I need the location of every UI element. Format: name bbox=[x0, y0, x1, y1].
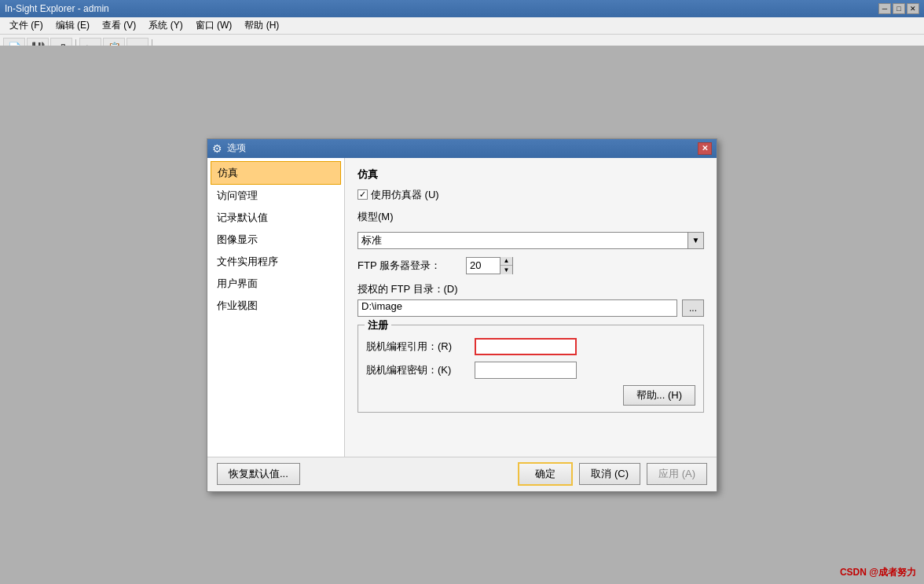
model-label: 模型(M) bbox=[358, 210, 405, 224]
apply-button[interactable]: 应用 (A) bbox=[647, 463, 707, 485]
offline-ref-label: 脱机编程引用：(R) bbox=[366, 340, 468, 354]
dialog-title-bar: ⚙ 选项 ✕ bbox=[207, 139, 717, 158]
section-title: 仿真 bbox=[358, 167, 704, 182]
watermark: CSDN @成者努力 bbox=[840, 566, 916, 579]
reg-section-title: 注册 bbox=[365, 318, 391, 332]
right-content-panel: 仿真 ✓ 使用仿真器 (U) 模型(M) 标准 ▼ bbox=[345, 158, 717, 457]
menu-view[interactable]: 查看 (V) bbox=[96, 17, 142, 34]
ftp-spin-arrows: ▲ ▼ bbox=[500, 257, 512, 274]
offline-ref-row: 脱机编程引用：(R) bbox=[366, 338, 695, 355]
dir-value: D:\image bbox=[361, 300, 402, 312]
menu-window[interactable]: 窗口 (W) bbox=[189, 17, 239, 34]
dir-browse-button[interactable]: ... bbox=[682, 299, 704, 317]
menu-file[interactable]: 文件 (F) bbox=[3, 17, 50, 34]
main-area: ⚙ 选项 ✕ 仿真 访问管理 记录默认值 图像显示 文件实用程序 用户界面 作业… bbox=[0, 46, 924, 584]
ftp-spin-up[interactable]: ▲ bbox=[500, 257, 512, 266]
left-nav-panel: 仿真 访问管理 记录默认值 图像显示 文件实用程序 用户界面 作业视图 bbox=[207, 158, 345, 457]
close-window-button[interactable]: ✕ bbox=[907, 3, 919, 14]
menu-bar: 文件 (F) 编辑 (E) 查看 (V) 系统 (Y) 窗口 (W) 帮助 (H… bbox=[0, 17, 924, 35]
cancel-button[interactable]: 取消 (C) bbox=[579, 463, 640, 485]
registration-section: 注册 脱机编程引用：(R) 脱机编程密钥：(K) 帮助... (H) bbox=[358, 325, 704, 413]
menu-system[interactable]: 系统 (Y) bbox=[142, 17, 189, 34]
nav-item-record-defaults[interactable]: 记录默认值 bbox=[211, 207, 341, 229]
model-dropdown-arrow[interactable]: ▼ bbox=[688, 233, 703, 248]
nav-item-access[interactable]: 访问管理 bbox=[211, 185, 341, 207]
dir-label: 授权的 FTP 目录：(D) bbox=[358, 282, 704, 296]
dialog-overlay: ⚙ 选项 ✕ 仿真 访问管理 记录默认值 图像显示 文件实用程序 用户界面 作业… bbox=[0, 46, 924, 584]
dir-input[interactable]: D:\image bbox=[358, 299, 677, 317]
menu-help[interactable]: 帮助 (H) bbox=[238, 17, 285, 34]
offline-ref-input[interactable] bbox=[475, 338, 577, 355]
ftp-login-row: FTP 服务器登录： 20 ▲ ▼ bbox=[358, 257, 704, 274]
restore-defaults-button[interactable]: 恢复默认值... bbox=[217, 463, 300, 485]
use-simulator-checkbox[interactable]: ✓ bbox=[358, 189, 368, 200]
ftp-spinbox[interactable]: 20 ▲ ▼ bbox=[466, 257, 513, 274]
nav-item-image-display[interactable]: 图像显示 bbox=[211, 229, 341, 251]
nav-item-simulation[interactable]: 仿真 bbox=[211, 161, 341, 185]
title-bar-buttons: ─ □ ✕ bbox=[878, 3, 919, 14]
title-bar-text: In-Sight Explorer - admin bbox=[5, 3, 878, 14]
ftp-label: FTP 服务器登录： bbox=[358, 259, 460, 273]
use-simulator-label: 使用仿真器 (U) bbox=[371, 188, 439, 202]
ftp-spin-down[interactable]: ▼ bbox=[500, 266, 512, 274]
nav-item-job-view[interactable]: 作业视图 bbox=[211, 295, 341, 317]
nav-item-file-utilities[interactable]: 文件实用程序 bbox=[211, 251, 341, 273]
dialog-body: 仿真 访问管理 记录默认值 图像显示 文件实用程序 用户界面 作业视图 仿真 ✓… bbox=[207, 158, 717, 457]
ftp-value: 20 bbox=[467, 259, 500, 271]
minimize-button[interactable]: ─ bbox=[878, 3, 891, 14]
model-value: 标准 bbox=[361, 233, 382, 248]
dialog-title-text: 选项 bbox=[227, 141, 698, 155]
dialog-icon: ⚙ bbox=[212, 142, 222, 155]
dialog-close-button[interactable]: ✕ bbox=[698, 142, 712, 155]
help-button[interactable]: 帮助... (H) bbox=[623, 385, 696, 406]
offline-key-input[interactable] bbox=[475, 362, 577, 379]
use-simulator-row: ✓ 使用仿真器 (U) bbox=[358, 188, 704, 202]
help-btn-row: 帮助... (H) bbox=[366, 385, 695, 406]
ok-button[interactable]: 确定 bbox=[518, 462, 573, 486]
offline-key-label: 脱机编程密钥：(K) bbox=[366, 363, 468, 377]
nav-item-user-interface[interactable]: 用户界面 bbox=[211, 273, 341, 295]
model-row: 模型(M) bbox=[358, 210, 704, 224]
footer-left: 恢复默认值... bbox=[217, 463, 512, 485]
title-bar: In-Sight Explorer - admin ─ □ ✕ bbox=[0, 0, 924, 17]
offline-key-row: 脱机编程密钥：(K) bbox=[366, 362, 695, 379]
options-dialog: ⚙ 选项 ✕ 仿真 访问管理 记录默认值 图像显示 文件实用程序 用户界面 作业… bbox=[207, 138, 717, 492]
menu-edit[interactable]: 编辑 (E) bbox=[50, 17, 96, 34]
maximize-button[interactable]: □ bbox=[893, 3, 905, 14]
model-combobox[interactable]: 标准 ▼ bbox=[358, 232, 704, 249]
dialog-footer: 恢复默认值... 确定 取消 (C) 应用 (A) bbox=[207, 457, 717, 491]
dir-row: D:\image ... bbox=[358, 299, 704, 317]
